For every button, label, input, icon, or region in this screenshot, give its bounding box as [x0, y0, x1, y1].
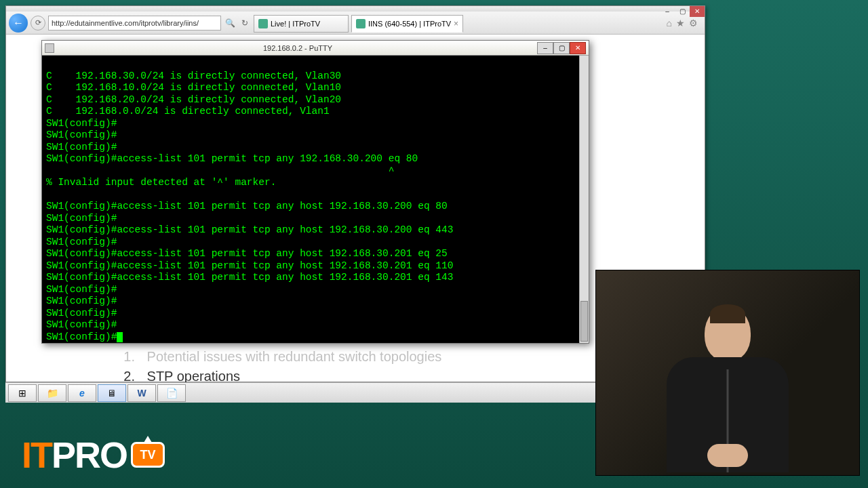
taskbar-word[interactable]: W: [127, 384, 156, 402]
taskbar-putty[interactable]: 🖥: [98, 384, 126, 402]
forward-refresh-button[interactable]: ⟳: [31, 16, 45, 30]
presenter: [660, 299, 795, 475]
presenter-head: [705, 306, 751, 361]
terminal-line: C 192.168.20.0/24 is directly connected,…: [46, 94, 341, 105]
list-number: 1.: [115, 349, 135, 365]
nav-right-controls: ⌂ ★ ⚙: [667, 18, 702, 28]
start-button[interactable]: ⊞: [8, 384, 37, 402]
terminal-line: SW1(config)#access-list 101 permit tcp a…: [46, 260, 453, 271]
window-controls: – ▢ ✕: [660, 6, 705, 12]
logo-pro: PRO: [52, 434, 127, 476]
taskbar-notepad[interactable]: 📄: [157, 384, 186, 402]
terminal-line: SW1(config)#access-list 101 permit tcp a…: [46, 201, 448, 211]
scrollbar-thumb[interactable]: [580, 301, 588, 342]
terminal-line: SW1(config)#: [46, 308, 117, 319]
favicon-icon: [356, 19, 366, 28]
terminal-line: ^: [46, 165, 394, 176]
presenter-torso: [667, 357, 789, 472]
putty-close-button[interactable]: ✕: [570, 42, 586, 54]
terminal-line: SW1(config)#: [46, 296, 117, 306]
terminal-line: SW1(config)#: [46, 284, 117, 295]
terminal-line: C 192.168.0.0/24 is directly connected, …: [46, 106, 330, 117]
terminal-line: SW1(config)#: [46, 319, 117, 330]
tab-label: IINS (640-554) | ITProTV: [368, 20, 451, 28]
video-pane: [595, 270, 860, 476]
close-button[interactable]: ✕: [690, 6, 705, 17]
putty-titlebar[interactable]: 192.168.0.2 - PuTTY – ▢ ✕: [42, 41, 589, 56]
terminal-cursor: [117, 332, 123, 342]
terminal-line: SW1(config)#: [46, 213, 117, 224]
putty-title: 192.168.0.2 - PuTTY: [58, 44, 537, 52]
itprotv-logo: IT PRO TV: [22, 434, 165, 476]
back-button[interactable]: ←: [9, 14, 28, 33]
terminal-line: % Invalid input detected at '^' marker.: [46, 177, 276, 188]
terminal-line: SW1(config)#: [46, 331, 117, 342]
tab-live[interactable]: Live! | ITProTV: [254, 15, 349, 33]
presenter-hands: [707, 444, 748, 467]
taskbar-ie[interactable]: e: [68, 384, 96, 402]
address-bar[interactable]: http://edutainmentlive.com/itprotv/libra…: [48, 16, 221, 30]
tab-label: Live! | ITProTV: [271, 20, 320, 28]
star-icon[interactable]: ★: [676, 18, 685, 28]
maximize-button[interactable]: ▢: [675, 6, 690, 17]
terminal-line: SW1(config)#: [46, 237, 117, 247]
terminal-line: SW1(config)#: [46, 129, 117, 140]
terminal[interactable]: C 192.168.30.0/24 is directly connected,…: [42, 56, 589, 343]
terminal-line: SW1(config)#: [46, 118, 117, 129]
favicon-icon: [258, 19, 268, 28]
minimize-button[interactable]: –: [660, 6, 675, 17]
terminal-line: SW1(config)#access-list 101 permit tcp a…: [46, 224, 453, 235]
reload-icon[interactable]: ↻: [239, 18, 251, 28]
terminal-line: C 192.168.30.0/24 is directly connected,…: [46, 70, 341, 81]
nav-bar: ← ⟳ http://edutainmentlive.com/itprotv/l…: [6, 12, 705, 35]
list-text: STP operations: [147, 369, 241, 384]
putty-icon: [45, 43, 54, 53]
url-text: http://edutainmentlive.com/itprotv/libra…: [52, 19, 199, 27]
home-icon[interactable]: ⌂: [667, 18, 672, 28]
browser-titlebar: – ▢ ✕: [6, 6, 705, 12]
gear-icon[interactable]: ⚙: [689, 18, 698, 28]
putty-window: 192.168.0.2 - PuTTY – ▢ ✕ C 192.168.30.0…: [41, 40, 589, 344]
terminal-line: SW1(config)#: [46, 142, 117, 152]
logo-tv-icon: TV: [131, 442, 165, 468]
logo-it: IT: [22, 434, 52, 476]
putty-maximize-button[interactable]: ▢: [553, 42, 570, 54]
video-content: [596, 270, 859, 475]
search-icon[interactable]: 🔍: [224, 18, 236, 28]
terminal-line: SW1(config)#access-list 101 permit tcp a…: [46, 153, 418, 164]
terminal-line: C 192.168.10.0/24 is directly connected,…: [46, 82, 341, 93]
terminal-line: SW1(config)#access-list 101 permit tcp a…: [46, 272, 453, 283]
taskbar-explorer[interactable]: 📁: [38, 384, 66, 402]
terminal-line: SW1(config)#access-list 101 permit tcp a…: [46, 248, 448, 259]
scrollbar-vertical[interactable]: [579, 56, 589, 343]
putty-minimize-button[interactable]: –: [537, 42, 553, 54]
list-text: Potential issues with redundant switch t…: [147, 349, 442, 364]
putty-controls: – ▢ ✕: [537, 42, 586, 54]
tab-iins[interactable]: IINS (640-554) | ITProTV ×: [351, 15, 463, 33]
tab-close-icon[interactable]: ×: [454, 19, 458, 28]
